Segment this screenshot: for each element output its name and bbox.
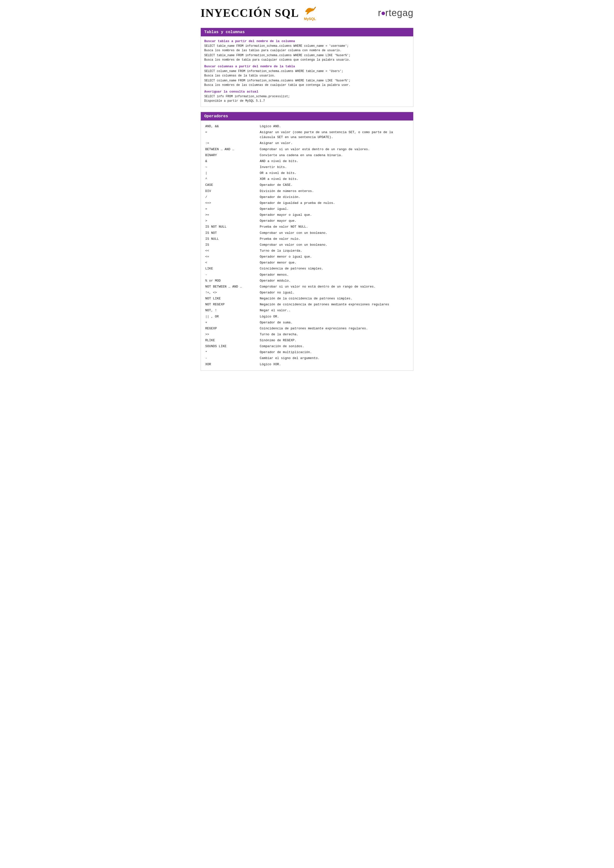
table-row: IS NULLPrueba de valor nulo. xyxy=(204,236,410,242)
operator-name: NOT REGEXP xyxy=(204,302,259,308)
mysql-logo: MySQL xyxy=(303,5,316,21)
operator-description: Comprobar un valor con un booleano. xyxy=(259,230,410,236)
operator-name: LIKE xyxy=(204,266,259,272)
operator-name: > xyxy=(204,218,259,224)
table-row: >=Operador mayor o igual que. xyxy=(204,212,410,218)
operator-name: & xyxy=(204,158,259,164)
operator-name: NOT LIKE xyxy=(204,296,259,302)
tables-columns-body: Buscar tablas a partir del nombre de la … xyxy=(201,36,413,107)
operator-name: / xyxy=(204,194,259,200)
operator-name: := xyxy=(204,140,259,146)
operator-description: Operador mayor o igual que. xyxy=(259,212,410,218)
table-row: ^XOR a nivel de bits. xyxy=(204,176,410,182)
operator-description: Operador de división. xyxy=(259,194,410,200)
table-row: IS NOT NULLPrueba de valor NOT NULL. xyxy=(204,224,410,230)
table-row: &AND a nivel de bits. xyxy=(204,158,410,164)
code-line-3: SELECT column_name FROM information_sche… xyxy=(204,69,410,73)
operator-name: + xyxy=(204,320,259,326)
operator-name: SOUNDS LIKE xyxy=(204,343,259,349)
operator-name: XOR xyxy=(204,361,259,367)
operator-name: >> xyxy=(204,332,259,338)
operator-name: ~ xyxy=(204,164,259,170)
operator-description: Prueba de valor NOT NULL. xyxy=(259,224,410,230)
operator-name: IS NOT NULL xyxy=(204,224,259,230)
operator-description: Operador módulo. xyxy=(259,278,410,284)
operator-name: = xyxy=(204,129,259,140)
operator-description: XOR a nivel de bits. xyxy=(259,176,410,182)
table-row: >>Turno de la derecha. xyxy=(204,332,410,338)
operator-name: IS NOT xyxy=(204,230,259,236)
operators-section: Operadores AND, &&Lógico AND.=Asignar un… xyxy=(201,112,413,370)
operator-description: Operador de CASE. xyxy=(259,182,410,188)
table-row: ~Invertir bits. xyxy=(204,164,410,170)
table-row: || , ORLógico OR. xyxy=(204,314,410,320)
code-line-1: SELECT table_name FROM information_schem… xyxy=(204,44,410,48)
operator-name: REGEXP xyxy=(204,326,259,332)
operators-body: AND, &&Lógico AND.=Asignar un valor (com… xyxy=(201,121,413,370)
code-line-5: SELECT info FROM information_schema.proc… xyxy=(204,94,410,99)
operator-description: Cambiar el signo del argumento. xyxy=(259,355,410,361)
operator-name: NOT BETWEEN … AND … xyxy=(204,284,259,290)
operator-description: Operador no igual. xyxy=(259,290,410,296)
table-row: -Cambiar el signo del argumento. xyxy=(204,355,410,361)
operator-description: Operador menor que. xyxy=(259,260,410,266)
subsection-title-3: Averiguar la consulta actual xyxy=(204,90,410,93)
page-header: INYECCIÓN SQL MySQL rrtegag xyxy=(201,5,413,23)
desc-line-2: Busca los nombres de tabla para cualquie… xyxy=(204,57,410,62)
table-row: *Operador de multiplicación. xyxy=(204,349,410,355)
operator-description: AND a nivel de bits. xyxy=(259,158,410,164)
operator-name: <= xyxy=(204,254,259,260)
table-row: REGEXPCoincidencia de patrones mediante … xyxy=(204,326,410,332)
operator-name: AND, && xyxy=(204,124,259,129)
operator-name: = xyxy=(204,206,259,212)
title-sql: SQL xyxy=(275,7,299,19)
operator-name: ^ xyxy=(204,176,259,182)
table-row: LIKECoincidencia de patrones simples. xyxy=(204,266,410,272)
mysql-label: MySQL xyxy=(304,17,316,21)
operator-name: RLIKE xyxy=(204,338,259,343)
operator-name: CASE xyxy=(204,182,259,188)
operator-name: - xyxy=(204,355,259,361)
table-row: =Operador igual. xyxy=(204,206,410,212)
operator-name: % or MOD xyxy=(204,278,259,284)
desc-line-1: Busca los nombres de las tablas para cua… xyxy=(204,48,410,53)
subsection-title-1: Buscar tablas a partir del nombre de la … xyxy=(204,39,410,43)
operator-description: Operador de suma. xyxy=(259,320,410,326)
table-row: =Asignar un valor (como parte de una sen… xyxy=(204,129,410,140)
operator-name: DIV xyxy=(204,188,259,194)
table-row: BETWEEN … AND …Comprobar si un valor est… xyxy=(204,146,410,152)
table-row: :=Asignar un valor. xyxy=(204,140,410,146)
table-row: /Operador de división. xyxy=(204,194,410,200)
table-row: NOT BETWEEN … AND …Comprobar si un valor… xyxy=(204,284,410,290)
title-nyeccion: NYECCIÓN xyxy=(205,7,271,19)
operator-description: Convierte una cadena en una cadena binar… xyxy=(259,152,410,158)
operators-table: AND, &&Lógico AND.=Asignar un valor (com… xyxy=(204,124,410,367)
operator-description: Comprobar un valor con un booleano. xyxy=(259,242,410,248)
operator-description: Comprobar si un valor no está dentro de … xyxy=(259,284,410,290)
table-row: BINARYConvierte una cadena en una cadena… xyxy=(204,152,410,158)
svg-point-2 xyxy=(313,8,313,9)
desc-line-3: Busca las columnas de la tabla usuarios. xyxy=(204,73,410,78)
operator-description: Operador igual. xyxy=(259,206,410,212)
brand-dot xyxy=(381,12,385,15)
table-row: CASEOperador de CASE. xyxy=(204,182,410,188)
mysql-dolphin-icon xyxy=(303,5,316,17)
table-row: |OR a nivel de bits. xyxy=(204,170,410,176)
title-i: I xyxy=(201,7,205,19)
operator-name: BETWEEN … AND … xyxy=(204,146,259,152)
table-row: !=, <>Operador no igual. xyxy=(204,290,410,296)
table-row: AND, &&Lógico AND. xyxy=(204,124,410,129)
desc-line-4: Busca los nombres de las columnas de cua… xyxy=(204,83,410,87)
table-row: RLIKESinónimo de REGEXP. xyxy=(204,338,410,343)
table-row: <Operador menor que. xyxy=(204,260,410,266)
operator-description: Turno de la izquierda. xyxy=(259,248,410,254)
code-line-4: SELECT column_name FROM information_sche… xyxy=(204,78,410,83)
table-row: % or MODOperador módulo. xyxy=(204,278,410,284)
operator-description: Operador mayor que. xyxy=(259,218,410,224)
table-row: <=Operador menor o igual que. xyxy=(204,254,410,260)
brand-logo: rrtegag xyxy=(378,8,413,18)
operator-description: Prueba de valor nulo. xyxy=(259,236,410,242)
table-row: DIVDivisión de números enteros. xyxy=(204,188,410,194)
operator-description: Asignar un valor. xyxy=(259,140,410,146)
operator-description: Operador de multiplicación. xyxy=(259,349,410,355)
